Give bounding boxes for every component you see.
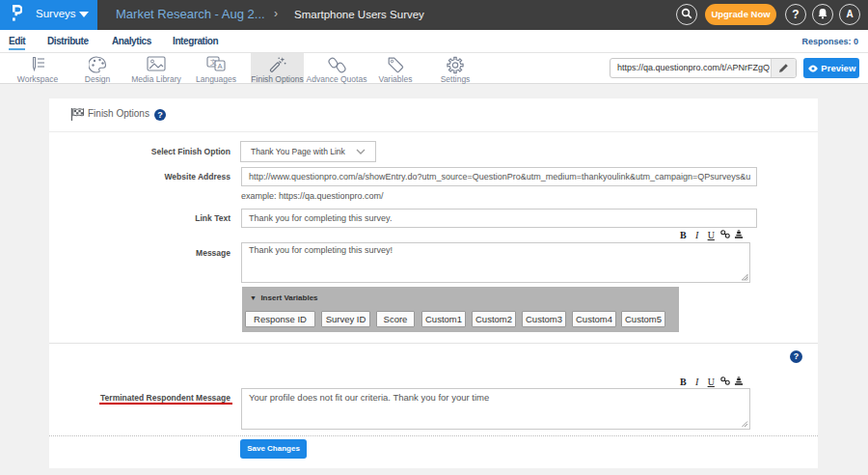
svg-text:A: A xyxy=(218,62,223,70)
svg-text:文: 文 xyxy=(210,58,217,66)
